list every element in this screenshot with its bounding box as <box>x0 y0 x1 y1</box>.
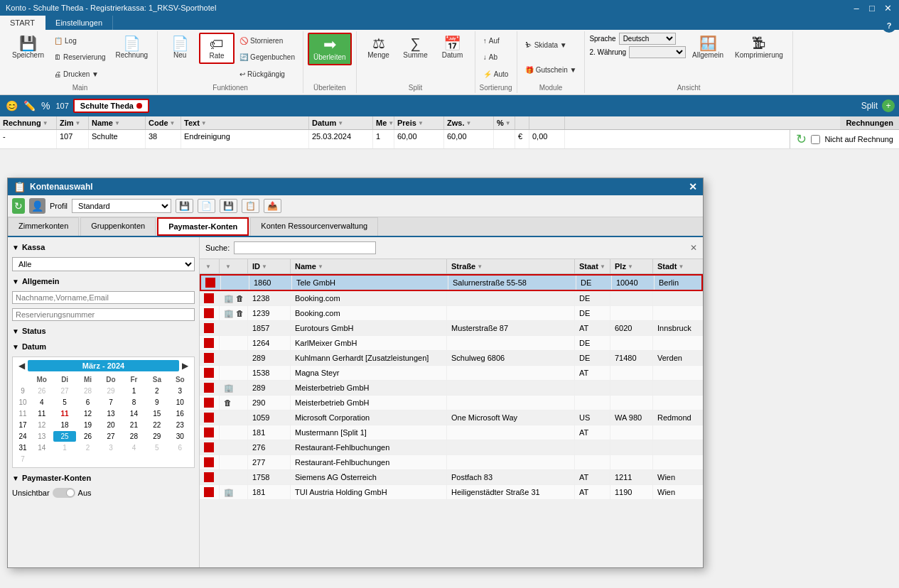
rueckgaengig-button[interactable]: ↩ Rückgängig <box>236 69 298 80</box>
cal-cell[interactable]: 27 <box>53 386 75 396</box>
log-button[interactable]: 📋 Log <box>50 36 109 46</box>
col-zws[interactable]: Zws. ▼ <box>444 116 494 129</box>
cal-cell[interactable]: 8 <box>123 397 145 408</box>
table-row[interactable]: 181 Mustermann [Split 1] AT CASA01 <box>200 425 703 440</box>
cal-cell[interactable]: 13 <box>99 408 122 419</box>
gutschein-button[interactable]: 🎁 Gutschein ▼ <box>522 65 581 75</box>
stornieren-button[interactable]: 🚫 Stornieren <box>236 36 298 46</box>
table-row[interactable]: 1538 Magna Steyr AT CASA01 <box>200 366 703 381</box>
rechnung-button[interactable]: 📄 Rechnung <box>111 33 154 62</box>
cal-cell[interactable]: 23 <box>169 420 191 430</box>
reservierung-input[interactable] <box>12 308 195 321</box>
save-profile-btn[interactable]: 💾 <box>176 199 193 213</box>
col-strasse[interactable]: Straße ▼ <box>447 259 575 273</box>
table-row[interactable]: 289 Kuhlmann Gerhardt [Zusatzleistungen]… <box>200 351 703 366</box>
cal-cell[interactable]: 4 <box>31 397 53 408</box>
col-text[interactable]: Text ▼ <box>181 116 309 129</box>
table-row[interactable]: 1860 Tele GmbH Salurnerstraße 55-58 DE 1… <box>200 274 703 291</box>
cal-cell[interactable]: 20 <box>99 420 122 430</box>
sprache-select[interactable]: Deutsch <box>619 33 676 45</box>
cal-cell[interactable]: 10 <box>169 397 191 408</box>
col-name[interactable]: Name ▼ <box>89 116 146 129</box>
cal-cell[interactable]: 12 <box>77 408 99 419</box>
cal-cell[interactable]: 3 <box>169 386 191 396</box>
percent-icon[interactable]: % <box>40 99 51 113</box>
cal-cell[interactable]: 3 <box>99 442 122 453</box>
drucken-button[interactable]: 🖨 Drucken ▼ <box>50 69 109 80</box>
table-row[interactable]: 276 Restaurant-Fehlbuchungen CASA01 <box>200 440 703 455</box>
cal-cell[interactable]: 5 <box>53 397 75 408</box>
tab-paymaster[interactable]: Paymaster-Konten <box>157 217 249 236</box>
col-id[interactable]: ID ▼ <box>248 259 291 273</box>
cal-cell[interactable]: 28 <box>123 431 145 442</box>
smiley-icon[interactable]: 😊 <box>4 99 19 113</box>
col-code[interactable]: Code ▼ <box>146 116 181 129</box>
gegenbuchen-button[interactable]: 🔄 Gegenbuchen <box>236 52 298 62</box>
table-row[interactable]: 🏢 🗑 1239 Booking.com DE CASA02 <box>200 306 703 321</box>
tab-start[interactable]: START <box>0 16 45 30</box>
name-search-input[interactable] <box>12 291 195 304</box>
rate-button[interactable]: 🏷 Rate <box>199 33 235 64</box>
help-button[interactable]: ? <box>882 18 896 33</box>
col-stadt[interactable]: Stadt ▼ <box>653 259 703 273</box>
unsichtbar-toggle-track[interactable] <box>53 488 75 498</box>
table-row[interactable]: 1857 Eurotours GmbH Musterstraße 87 AT 6… <box>200 321 703 336</box>
cal-cell[interactable]: 15 <box>146 408 168 419</box>
cal-cell[interactable]: 2 <box>77 442 99 453</box>
cal-cell[interactable]: 6 <box>77 397 99 408</box>
cal-cell[interactable]: 26 <box>77 431 99 442</box>
col-datum[interactable]: Datum ▼ <box>309 116 373 129</box>
cal-cell-11[interactable]: 11 <box>53 408 75 419</box>
cal-cell[interactable]: 27 <box>99 431 122 442</box>
cal-cell[interactable]: 19 <box>77 420 99 430</box>
reservierung-button[interactable]: 🗓 Reservierung <box>50 52 109 62</box>
table-row[interactable]: 277 Restaurant-Fehlbuchungen CASA02 <box>200 455 703 470</box>
col-name[interactable]: Name ▼ <box>291 259 447 273</box>
cal-cell[interactable]: 4 <box>123 442 145 453</box>
minimize-btn[interactable]: – <box>851 3 862 13</box>
tab-gruppenkonten[interactable]: Gruppenkonten <box>80 217 156 236</box>
cal-cell[interactable]: 9 <box>146 397 168 408</box>
table-row[interactable]: 1758 Siemens AG Österreich Postfach 83 A… <box>200 470 703 485</box>
speichern-button[interactable]: 💾 Speichern <box>7 33 49 62</box>
cal-cell[interactable]: 2 <box>146 386 168 396</box>
refresh-icon[interactable]: ↻ <box>796 131 807 147</box>
summe-button[interactable]: ∑ Summe <box>398 33 434 62</box>
toolbar-btn-4[interactable]: 📤 <box>264 199 281 213</box>
cal-cell[interactable]: 21 <box>123 420 145 430</box>
cal-cell[interactable]: 1 <box>53 442 75 453</box>
split-plus-button[interactable]: + <box>882 99 895 112</box>
menge-button[interactable]: ⚖ Menge <box>361 33 397 62</box>
auf-button[interactable]: ↑ Auf <box>480 36 512 46</box>
col-staat[interactable]: Staat ▼ <box>575 259 610 273</box>
search-clear-btn[interactable]: ✕ <box>690 243 697 253</box>
tab-ressourcen[interactable]: Konten Ressourcenverwaltung <box>250 217 378 236</box>
profil-select[interactable]: Standard <box>72 199 171 213</box>
table-row[interactable]: 🏢 🗑 1238 Booking.com DE CASA01 <box>200 291 703 306</box>
cal-cell[interactable]: 5 <box>146 442 168 453</box>
cal-cell[interactable]: 30 <box>169 431 191 442</box>
dialog-close-btn[interactable]: ✕ <box>689 181 697 192</box>
datum-section-header[interactable]: ▼ Datum <box>12 341 195 352</box>
rechnungen-tab[interactable]: Rechnungen <box>840 116 899 129</box>
tab-einstellungen[interactable]: Einstellungen <box>45 16 113 30</box>
cal-cell[interactable]: 28 <box>77 386 99 396</box>
col-preis[interactable]: Preis ▼ <box>394 116 444 129</box>
col-pct[interactable]: % ▼ <box>494 116 515 129</box>
cal-cell[interactable]: 6 <box>169 442 191 453</box>
edit-icon[interactable]: ✏️ <box>22 99 37 113</box>
allgemein-button[interactable]: 🪟 Allgemein <box>687 33 728 62</box>
col-icons[interactable]: ▼ <box>220 259 248 273</box>
col-flag[interactable]: ▼ <box>200 259 220 273</box>
uberleiten-button[interactable]: ➡ Überleiten <box>308 33 352 65</box>
cal-cell[interactable]: 29 <box>146 431 168 442</box>
paymaster-section-header[interactable]: ▼ Paymaster-Konten <box>12 472 195 484</box>
auto-button[interactable]: ⚡ Auto <box>480 69 512 80</box>
close-btn[interactable]: ✕ <box>882 3 893 13</box>
cal-cell[interactable]: 1 <box>123 386 145 396</box>
neu-button[interactable]: 📄 Neu <box>162 33 198 62</box>
cal-cell[interactable]: 22 <box>146 420 168 430</box>
cal-cell[interactable]: 18 <box>53 420 75 430</box>
status-section-header[interactable]: ▼ Status <box>12 325 195 337</box>
cal-cell[interactable]: 31 <box>16 442 30 453</box>
